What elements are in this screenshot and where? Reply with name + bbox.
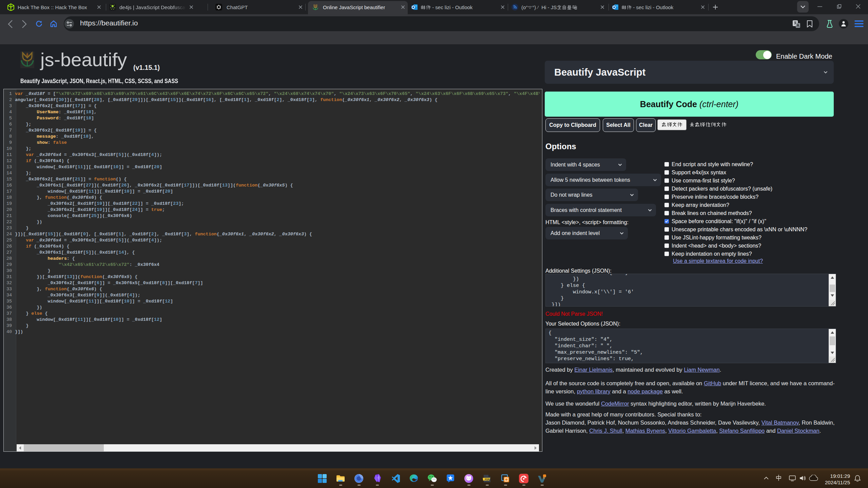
svg-text:PDF: PDF [485,478,490,481]
